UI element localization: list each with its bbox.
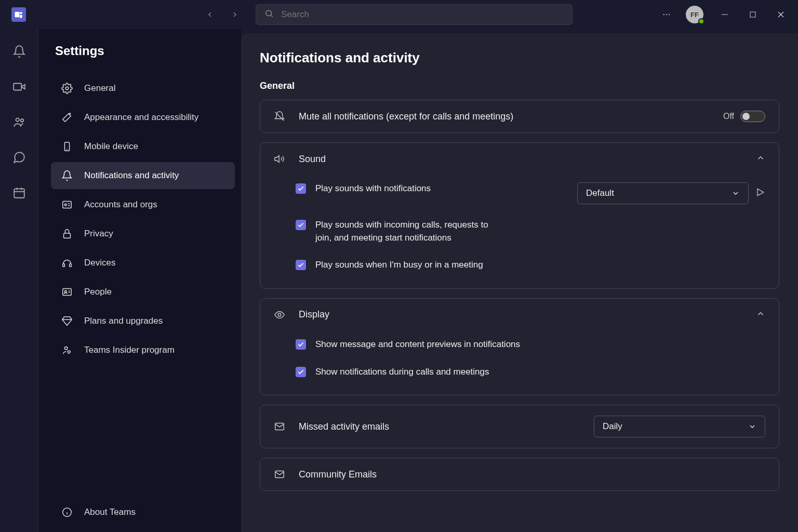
sidebar-item-label: Privacy (84, 229, 113, 239)
svg-rect-31 (63, 289, 72, 296)
svg-rect-8 (750, 12, 755, 17)
rail-activity-icon[interactable] (12, 45, 26, 60)
sidebar-item-label: Plans and upgrades (84, 316, 163, 326)
sidebar-item-label: Teams Insider program (84, 345, 175, 355)
display-title: Display (299, 309, 742, 320)
svg-point-2 (266, 10, 272, 16)
search-input[interactable] (281, 9, 564, 20)
teams-logo-icon (11, 7, 26, 22)
content-area: Notifications and activity General Mute … (241, 33, 798, 532)
sound-card: Sound Play sounds with notifications Def… (260, 142, 779, 289)
search-icon (264, 9, 274, 20)
mute-toggle[interactable] (740, 111, 765, 122)
mute-label: Mute all notifications (except for calls… (299, 111, 710, 122)
settings-sidebar: Settings General Appearance and accessib… (38, 29, 241, 532)
missed-emails-card: Missed activity emails Daily (260, 405, 779, 448)
avatar[interactable]: FF (686, 6, 703, 23)
sound-select-value: Default (586, 188, 614, 198)
svg-marker-40 (275, 156, 279, 163)
wand-icon (61, 112, 73, 123)
sound-checkbox-1[interactable] (296, 183, 306, 194)
svg-rect-28 (64, 233, 71, 238)
sidebar-item-label: People (84, 287, 112, 297)
sidebar-item-plans[interactable]: Plans and upgrades (51, 308, 235, 335)
rail-video-icon[interactable] (12, 80, 26, 96)
app-rail (0, 29, 38, 532)
sound-select[interactable]: Default (577, 182, 749, 204)
sound-title: Sound (299, 154, 742, 165)
display-checkbox-2[interactable] (296, 367, 306, 377)
missed-select[interactable]: Daily (594, 416, 765, 437)
display-opt2-label: Show notifications during calls and meet… (315, 366, 489, 379)
badge-icon (61, 199, 73, 210)
display-checkbox-1[interactable] (296, 339, 306, 350)
close-button[interactable] (768, 4, 794, 25)
sound-checkbox-2[interactable] (296, 220, 306, 230)
svg-point-1 (20, 12, 22, 15)
sidebar-item-devices[interactable]: Devices (51, 249, 235, 276)
sidebar-item-appearance[interactable]: Appearance and accessibility (51, 104, 235, 131)
sidebar-item-accounts[interactable]: Accounts and orgs (51, 191, 235, 218)
sidebar-item-notifications[interactable]: Notifications and activity (51, 162, 235, 189)
svg-rect-43 (275, 423, 284, 430)
search-box[interactable] (256, 4, 573, 25)
settings-title: Settings (55, 44, 235, 58)
play-sound-button[interactable] (755, 187, 765, 200)
sidebar-item-insider[interactable]: Teams Insider program (51, 337, 235, 364)
community-emails-card: Community Emails (260, 458, 779, 491)
rail-calendar-icon[interactable] (12, 186, 26, 202)
sidebar-item-about[interactable]: About Teams (51, 499, 235, 526)
mute-state: Off (723, 112, 734, 121)
rail-teams-icon[interactable] (12, 115, 26, 131)
sidebar-item-people[interactable]: People (51, 278, 235, 305)
sidebar-item-label: General (84, 83, 115, 94)
svg-rect-0 (15, 12, 20, 18)
sidebar-item-label: Accounts and orgs (84, 200, 157, 210)
rail-chat-icon[interactable] (12, 151, 26, 166)
diamond-icon (61, 315, 73, 327)
sound-checkbox-3[interactable] (296, 260, 306, 270)
svg-marker-12 (21, 85, 25, 89)
eye-icon (274, 309, 285, 321)
sidebar-item-privacy[interactable]: Privacy (51, 220, 235, 247)
svg-point-5 (666, 14, 667, 15)
svg-rect-15 (14, 189, 24, 197)
sidebar-item-label: About Teams (84, 507, 136, 517)
minimize-button[interactable] (712, 4, 738, 25)
app-logo (4, 7, 33, 22)
missed-select-value: Daily (603, 421, 622, 432)
svg-point-25 (64, 204, 66, 206)
mail-icon (274, 469, 285, 480)
bell-icon (61, 170, 73, 181)
community-label: Community Emails (299, 469, 765, 480)
info-icon (61, 507, 73, 518)
svg-point-14 (20, 119, 23, 122)
sound-opt2-label: Play sounds with incoming calls, request… (315, 219, 502, 244)
sidebar-item-label: Devices (84, 258, 115, 268)
contact-icon (61, 286, 73, 298)
back-button[interactable] (200, 4, 220, 25)
sidebar-item-label: Mobile device (84, 141, 138, 152)
chevron-up-icon[interactable] (756, 153, 765, 165)
svg-point-4 (663, 14, 664, 15)
sidebar-item-mobile[interactable]: Mobile device (51, 133, 235, 160)
svg-point-42 (278, 313, 281, 316)
sidebar-item-label: Notifications and activity (84, 170, 179, 181)
page-title: Notifications and activity (260, 50, 779, 66)
maximize-button[interactable] (740, 4, 766, 25)
headset-icon (61, 257, 73, 269)
more-button[interactable] (654, 4, 680, 25)
bell-off-icon (274, 111, 285, 122)
svg-point-13 (16, 118, 19, 122)
lock-icon (61, 228, 73, 240)
svg-marker-41 (757, 189, 764, 195)
forward-button[interactable] (224, 4, 245, 25)
sound-opt1-label: Play sounds with notifications (315, 182, 431, 195)
sidebar-item-general[interactable]: General (51, 75, 235, 102)
chevron-up-icon[interactable] (756, 309, 765, 321)
mobile-icon (61, 141, 73, 152)
gear-icon (61, 83, 73, 94)
svg-point-35 (64, 347, 68, 350)
display-card: Display Show message and content preview… (260, 298, 779, 395)
svg-point-32 (64, 290, 66, 292)
